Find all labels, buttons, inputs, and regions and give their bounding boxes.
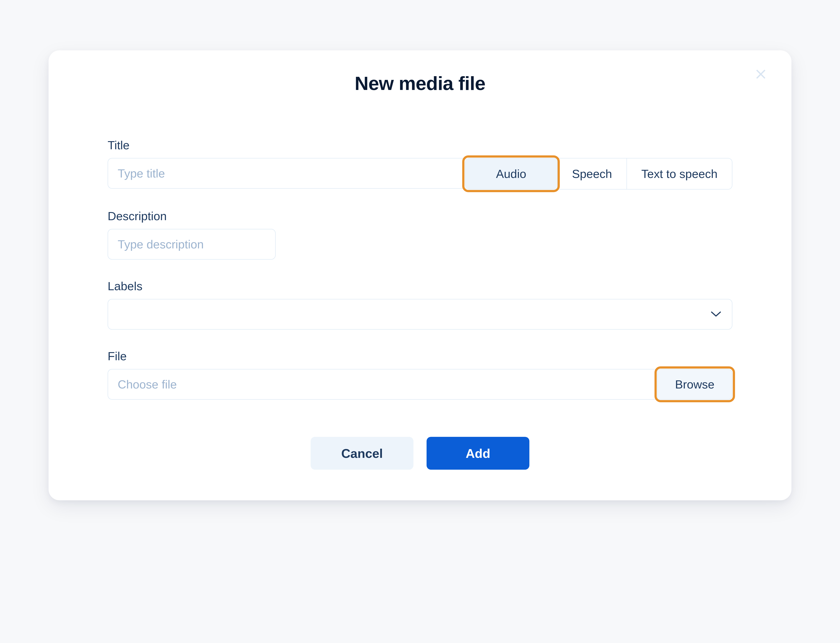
- description-input[interactable]: [107, 229, 276, 259]
- file-row: Choose file Browse: [107, 369, 733, 400]
- browse-button[interactable]: Browse: [657, 369, 733, 400]
- new-media-file-modal: New media file Title Audio Speech Text t…: [49, 51, 791, 500]
- file-field-group: File Choose file Browse: [107, 349, 733, 400]
- labels-field-group: Labels: [107, 279, 733, 330]
- title-label: Title: [107, 138, 733, 152]
- add-button[interactable]: Add: [427, 437, 529, 470]
- labels-select[interactable]: [107, 299, 733, 330]
- browse-button-label: Browse: [675, 378, 715, 391]
- labels-select-wrap: [107, 299, 733, 330]
- modal-title: New media file: [107, 72, 733, 95]
- type-option-text-to-speech[interactable]: Text to speech: [627, 158, 732, 189]
- description-field-group: Description: [107, 209, 733, 259]
- type-option-speech[interactable]: Speech: [557, 158, 627, 189]
- title-row: Audio Speech Text to speech: [107, 158, 733, 189]
- modal-actions: Cancel Add: [107, 437, 733, 470]
- cancel-button[interactable]: Cancel: [311, 437, 413, 470]
- description-label: Description: [107, 209, 733, 223]
- labels-label: Labels: [107, 279, 733, 293]
- close-button[interactable]: [754, 68, 767, 81]
- file-display[interactable]: Choose file: [107, 369, 657, 400]
- title-input[interactable]: [107, 158, 465, 189]
- file-label: File: [107, 349, 733, 363]
- type-option-audio[interactable]: Audio: [465, 158, 557, 189]
- media-type-toggle: Audio Speech Text to speech: [465, 158, 733, 189]
- close-icon: [755, 69, 766, 80]
- title-field-group: Title Audio Speech Text to speech: [107, 138, 733, 189]
